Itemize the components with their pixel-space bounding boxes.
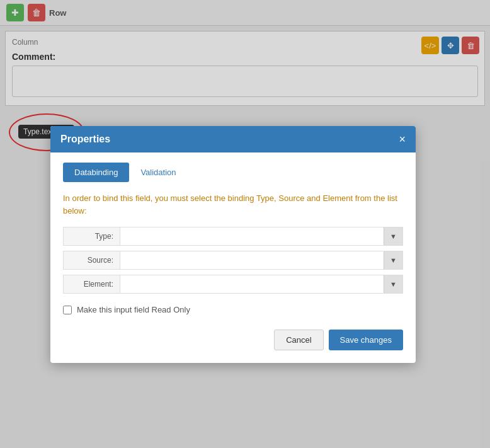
modal-header: Properties × [50, 126, 416, 152]
element-select[interactable] [120, 275, 402, 293]
modal-body: Databinding Validation In order to bind … [50, 152, 416, 363]
properties-modal: Properties × Databinding Validation In o… [50, 126, 416, 363]
readonly-checkbox[interactable] [63, 306, 72, 314]
element-field-row: Element: ▼ [63, 275, 403, 294]
source-select-wrapper: ▼ [120, 251, 402, 269]
readonly-label: Make this input field Read Only [77, 305, 190, 314]
tabs-container: Databinding Validation [63, 163, 403, 182]
element-label: Element: [64, 275, 120, 293]
type-select-wrapper: ▼ [120, 227, 402, 245]
type-field-row: Type: ▼ [63, 227, 403, 246]
source-select[interactable] [120, 251, 402, 269]
element-select-wrapper: ▼ [120, 275, 402, 293]
info-text: In order to bind this field, you must se… [63, 192, 403, 217]
modal-overlay: Properties × Databinding Validation In o… [0, 0, 490, 448]
type-select[interactable] [120, 227, 402, 245]
modal-footer: Cancel Save changes [63, 330, 403, 350]
cancel-button[interactable]: Cancel [274, 330, 323, 350]
modal-close-button[interactable]: × [399, 134, 406, 145]
source-label: Source: [64, 251, 120, 269]
readonly-checkbox-row: Make this input field Read Only [63, 305, 403, 314]
tab-validation[interactable]: Validation [129, 163, 187, 182]
modal-title: Properties [60, 134, 110, 145]
type-label: Type: [64, 227, 120, 245]
save-changes-button[interactable]: Save changes [329, 330, 403, 350]
source-field-row: Source: ▼ [63, 251, 403, 270]
tab-databinding[interactable]: Databinding [63, 163, 129, 182]
